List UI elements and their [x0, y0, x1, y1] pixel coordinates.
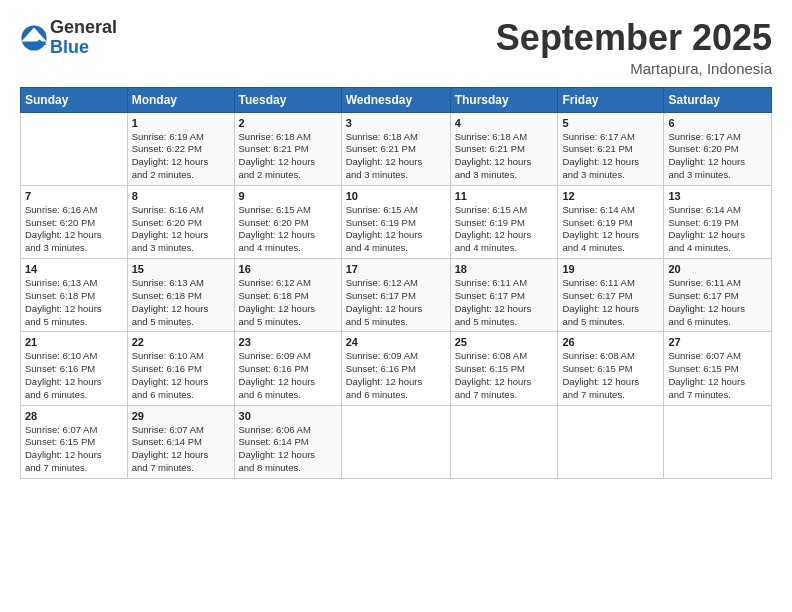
day-info: Sunrise: 6:18 AMSunset: 6:21 PMDaylight:… — [346, 131, 446, 182]
day-info: Sunrise: 6:07 AMSunset: 6:15 PMDaylight:… — [25, 424, 123, 475]
day-number: 4 — [455, 117, 554, 129]
calendar-cell: 15Sunrise: 6:13 AMSunset: 6:18 PMDayligh… — [127, 259, 234, 332]
day-number: 13 — [668, 190, 767, 202]
day-number: 16 — [239, 263, 337, 275]
day-info: Sunrise: 6:10 AMSunset: 6:16 PMDaylight:… — [25, 350, 123, 401]
calendar-cell: 1Sunrise: 6:19 AMSunset: 6:22 PMDaylight… — [127, 112, 234, 185]
header-row: Sunday Monday Tuesday Wednesday Thursday… — [21, 87, 772, 112]
day-number: 22 — [132, 336, 230, 348]
day-number: 10 — [346, 190, 446, 202]
calendar-header: Sunday Monday Tuesday Wednesday Thursday… — [21, 87, 772, 112]
day-info: Sunrise: 6:16 AMSunset: 6:20 PMDaylight:… — [25, 204, 123, 255]
col-friday: Friday — [558, 87, 664, 112]
calendar-cell: 14Sunrise: 6:13 AMSunset: 6:18 PMDayligh… — [21, 259, 128, 332]
calendar-cell: 19Sunrise: 6:11 AMSunset: 6:17 PMDayligh… — [558, 259, 664, 332]
day-info: Sunrise: 6:18 AMSunset: 6:21 PMDaylight:… — [455, 131, 554, 182]
day-info: Sunrise: 6:07 AMSunset: 6:14 PMDaylight:… — [132, 424, 230, 475]
day-info: Sunrise: 6:08 AMSunset: 6:15 PMDaylight:… — [562, 350, 659, 401]
day-number: 30 — [239, 410, 337, 422]
calendar-cell: 5Sunrise: 6:17 AMSunset: 6:21 PMDaylight… — [558, 112, 664, 185]
day-info: Sunrise: 6:10 AMSunset: 6:16 PMDaylight:… — [132, 350, 230, 401]
day-number: 18 — [455, 263, 554, 275]
day-info: Sunrise: 6:11 AMSunset: 6:17 PMDaylight:… — [455, 277, 554, 328]
calendar-cell: 12Sunrise: 6:14 AMSunset: 6:19 PMDayligh… — [558, 185, 664, 258]
day-info: Sunrise: 6:17 AMSunset: 6:20 PMDaylight:… — [668, 131, 767, 182]
subtitle: Martapura, Indonesia — [496, 60, 772, 77]
calendar-week-row: 7Sunrise: 6:16 AMSunset: 6:20 PMDaylight… — [21, 185, 772, 258]
calendar-cell: 3Sunrise: 6:18 AMSunset: 6:21 PMDaylight… — [341, 112, 450, 185]
day-number: 21 — [25, 336, 123, 348]
calendar-table: Sunday Monday Tuesday Wednesday Thursday… — [20, 87, 772, 479]
day-number: 24 — [346, 336, 446, 348]
day-number: 12 — [562, 190, 659, 202]
calendar-cell: 11Sunrise: 6:15 AMSunset: 6:19 PMDayligh… — [450, 185, 558, 258]
day-number: 23 — [239, 336, 337, 348]
day-number: 5 — [562, 117, 659, 129]
calendar-cell: 6Sunrise: 6:17 AMSunset: 6:20 PMDaylight… — [664, 112, 772, 185]
day-number: 29 — [132, 410, 230, 422]
day-number: 11 — [455, 190, 554, 202]
calendar-body: 1Sunrise: 6:19 AMSunset: 6:22 PMDaylight… — [21, 112, 772, 478]
calendar-cell: 21Sunrise: 6:10 AMSunset: 6:16 PMDayligh… — [21, 332, 128, 405]
calendar-cell — [558, 405, 664, 478]
day-info: Sunrise: 6:15 AMSunset: 6:19 PMDaylight:… — [455, 204, 554, 255]
calendar-cell: 25Sunrise: 6:08 AMSunset: 6:15 PMDayligh… — [450, 332, 558, 405]
calendar-cell — [664, 405, 772, 478]
day-info: Sunrise: 6:12 AMSunset: 6:17 PMDaylight:… — [346, 277, 446, 328]
day-number: 19 — [562, 263, 659, 275]
day-number: 14 — [25, 263, 123, 275]
logo-text: General Blue — [50, 18, 117, 58]
calendar-week-row: 1Sunrise: 6:19 AMSunset: 6:22 PMDaylight… — [21, 112, 772, 185]
logo-icon — [20, 24, 48, 52]
calendar-cell — [21, 112, 128, 185]
day-info: Sunrise: 6:14 AMSunset: 6:19 PMDaylight:… — [668, 204, 767, 255]
day-info: Sunrise: 6:13 AMSunset: 6:18 PMDaylight:… — [25, 277, 123, 328]
day-info: Sunrise: 6:14 AMSunset: 6:19 PMDaylight:… — [562, 204, 659, 255]
calendar-cell: 22Sunrise: 6:10 AMSunset: 6:16 PMDayligh… — [127, 332, 234, 405]
day-number: 9 — [239, 190, 337, 202]
day-info: Sunrise: 6:18 AMSunset: 6:21 PMDaylight:… — [239, 131, 337, 182]
day-number: 27 — [668, 336, 767, 348]
day-number: 8 — [132, 190, 230, 202]
day-info: Sunrise: 6:15 AMSunset: 6:19 PMDaylight:… — [346, 204, 446, 255]
page: General Blue September 2025 Martapura, I… — [0, 0, 792, 612]
calendar-week-row: 21Sunrise: 6:10 AMSunset: 6:16 PMDayligh… — [21, 332, 772, 405]
day-info: Sunrise: 6:16 AMSunset: 6:20 PMDaylight:… — [132, 204, 230, 255]
day-info: Sunrise: 6:15 AMSunset: 6:20 PMDaylight:… — [239, 204, 337, 255]
day-number: 7 — [25, 190, 123, 202]
calendar-cell — [450, 405, 558, 478]
calendar-cell: 20Sunrise: 6:11 AMSunset: 6:17 PMDayligh… — [664, 259, 772, 332]
calendar-cell: 18Sunrise: 6:11 AMSunset: 6:17 PMDayligh… — [450, 259, 558, 332]
logo-blue-label: Blue — [50, 38, 117, 58]
calendar-cell: 29Sunrise: 6:07 AMSunset: 6:14 PMDayligh… — [127, 405, 234, 478]
day-number: 25 — [455, 336, 554, 348]
col-monday: Monday — [127, 87, 234, 112]
col-wednesday: Wednesday — [341, 87, 450, 112]
header: General Blue September 2025 Martapura, I… — [20, 18, 772, 77]
day-info: Sunrise: 6:09 AMSunset: 6:16 PMDaylight:… — [346, 350, 446, 401]
calendar-cell: 10Sunrise: 6:15 AMSunset: 6:19 PMDayligh… — [341, 185, 450, 258]
day-number: 1 — [132, 117, 230, 129]
title-block: September 2025 Martapura, Indonesia — [496, 18, 772, 77]
calendar-cell: 16Sunrise: 6:12 AMSunset: 6:18 PMDayligh… — [234, 259, 341, 332]
col-sunday: Sunday — [21, 87, 128, 112]
day-info: Sunrise: 6:11 AMSunset: 6:17 PMDaylight:… — [562, 277, 659, 328]
calendar-week-row: 14Sunrise: 6:13 AMSunset: 6:18 PMDayligh… — [21, 259, 772, 332]
col-tuesday: Tuesday — [234, 87, 341, 112]
day-info: Sunrise: 6:19 AMSunset: 6:22 PMDaylight:… — [132, 131, 230, 182]
day-number: 28 — [25, 410, 123, 422]
calendar-cell: 23Sunrise: 6:09 AMSunset: 6:16 PMDayligh… — [234, 332, 341, 405]
day-info: Sunrise: 6:09 AMSunset: 6:16 PMDaylight:… — [239, 350, 337, 401]
calendar-cell: 17Sunrise: 6:12 AMSunset: 6:17 PMDayligh… — [341, 259, 450, 332]
day-number: 15 — [132, 263, 230, 275]
calendar-cell: 26Sunrise: 6:08 AMSunset: 6:15 PMDayligh… — [558, 332, 664, 405]
day-number: 20 — [668, 263, 767, 275]
main-title: September 2025 — [496, 18, 772, 58]
calendar-cell: 30Sunrise: 6:06 AMSunset: 6:14 PMDayligh… — [234, 405, 341, 478]
day-number: 26 — [562, 336, 659, 348]
day-number: 6 — [668, 117, 767, 129]
calendar-week-row: 28Sunrise: 6:07 AMSunset: 6:15 PMDayligh… — [21, 405, 772, 478]
calendar-cell: 9Sunrise: 6:15 AMSunset: 6:20 PMDaylight… — [234, 185, 341, 258]
calendar-cell: 13Sunrise: 6:14 AMSunset: 6:19 PMDayligh… — [664, 185, 772, 258]
calendar-cell: 28Sunrise: 6:07 AMSunset: 6:15 PMDayligh… — [21, 405, 128, 478]
